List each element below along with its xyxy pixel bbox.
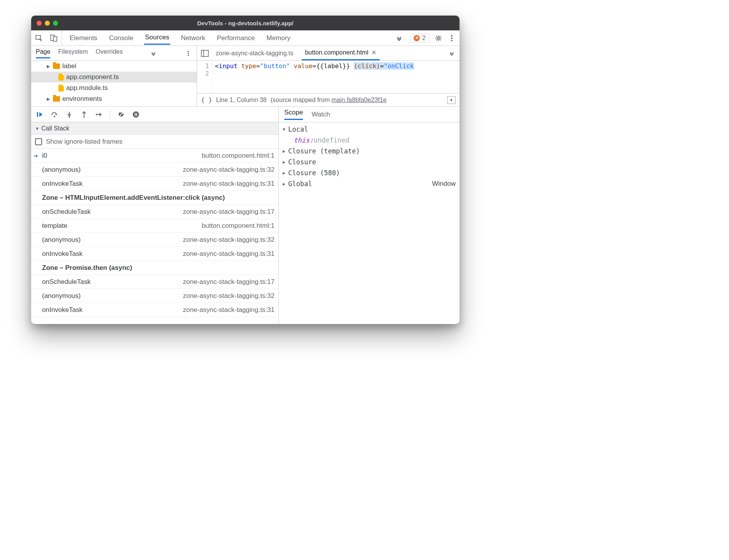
code-pane: 1 2 <input type="button" value={{label}}… — [197, 61, 460, 106]
file-item[interactable]: app.component.ts — [31, 72, 197, 83]
deactivate-breakpoints-icon[interactable] — [117, 111, 125, 118]
callstack-pane: ▼ Call Stack Show ignore-listed frames ➔… — [31, 107, 279, 324]
scope-item[interactable]: this: undefined — [283, 135, 456, 146]
show-ignored-row[interactable]: Show ignore-listed frames — [31, 135, 278, 149]
sources-nav-filesystem[interactable]: Filesystem — [58, 48, 88, 58]
stack-frame[interactable]: ➔i0button.component.html:1 — [31, 149, 278, 163]
svg-rect-10 — [201, 50, 208, 56]
svg-point-7 — [187, 51, 188, 52]
stack-frame[interactable]: onScheduleTaskzone-async-stack-tagging.t… — [31, 275, 278, 289]
stack-frame[interactable]: templatebutton.component.html:1 — [31, 219, 278, 233]
editor-tab[interactable]: zone-async-stack-tagging.ts — [213, 46, 296, 60]
folder-item[interactable]: ▶label — [31, 61, 197, 72]
resume-icon[interactable] — [36, 111, 44, 118]
scope-tab-scope[interactable]: Scope — [284, 109, 303, 120]
gear-icon[interactable] — [435, 34, 442, 42]
scope-item[interactable]: ▶Closure — [283, 157, 456, 167]
fullscreen-window-icon[interactable] — [53, 21, 58, 26]
tab-network[interactable]: Network — [180, 32, 206, 44]
stack-frame[interactable]: onInvokeTaskzone-async-stack-tagging.ts:… — [31, 303, 278, 317]
async-divider: Zone – HTMLInputElement.addEventListener… — [31, 191, 278, 205]
scope-label: Closure — [288, 158, 316, 166]
step-out-icon[interactable] — [80, 111, 88, 118]
callstack-list[interactable]: ➔i0button.component.html:1(anonymous)zon… — [31, 149, 278, 324]
code-lines[interactable]: <input type="button" value={{label}} (cl… — [213, 61, 460, 93]
stack-frame[interactable]: onInvokeTaskzone-async-stack-tagging.ts:… — [31, 177, 278, 191]
pretty-print-icon[interactable]: { } — [201, 96, 212, 104]
scope-tab-watch[interactable]: Watch — [312, 111, 330, 118]
stack-frame[interactable]: onInvokeTaskzone-async-stack-tagging.ts:… — [31, 247, 278, 261]
callstack-header[interactable]: ▼ Call Stack — [31, 122, 278, 135]
step-into-icon[interactable] — [65, 111, 73, 118]
more-tabs-icon[interactable] — [395, 34, 403, 42]
scope-item[interactable]: ▼Local — [283, 124, 456, 135]
frame-name: (anonymous) — [42, 166, 81, 174]
step-icon[interactable] — [95, 111, 103, 118]
frame-name: onInvokeTask — [42, 180, 83, 188]
chevron-right-icon: ▶ — [283, 160, 288, 165]
svg-point-14 — [69, 116, 70, 118]
kebab-menu-icon[interactable] — [448, 34, 456, 42]
scope-list[interactable]: ▼Localthis: undefined▶Closure (template)… — [279, 122, 460, 324]
pause-on-exceptions-icon[interactable] — [132, 111, 140, 118]
code-status-bar: { } Line 1, Column 38 (source mapped fro… — [197, 93, 460, 106]
file-item[interactable]: app.module.ts — [31, 83, 197, 93]
tab-memory[interactable]: Memory — [266, 32, 291, 44]
filetree-label: environments — [62, 95, 102, 103]
scope-item[interactable]: ▶Closure (580) — [283, 167, 456, 178]
folder-icon — [53, 96, 60, 102]
svg-point-3 — [437, 37, 440, 39]
editor-tab[interactable]: button.component.html✕ — [302, 46, 380, 60]
window-title: DevTools - ng-devtools.netlify.app/ — [31, 20, 460, 26]
file-icon — [58, 85, 64, 92]
async-divider: Zone – Promise.then (async) — [31, 261, 278, 275]
device-toolbar-icon[interactable] — [50, 34, 58, 42]
toggle-navigator-icon[interactable] — [201, 49, 209, 57]
svg-point-6 — [451, 40, 453, 41]
svg-point-5 — [451, 37, 453, 39]
overflow-indicator-icon[interactable]: ▾ — [447, 96, 456, 104]
stack-frame[interactable]: (anonymous)zone-async-stack-tagging.ts:3… — [31, 233, 278, 247]
sources-nav-overrides[interactable]: Overrides — [96, 48, 123, 58]
error-badge[interactable]: ✕ 2 — [410, 33, 429, 43]
error-dot-icon: ✕ — [414, 35, 420, 41]
inspect-element-icon[interactable] — [35, 34, 43, 42]
step-over-icon[interactable] — [51, 111, 58, 118]
tab-sources[interactable]: Sources — [144, 31, 170, 45]
scope-item[interactable]: ▶GlobalWindow — [283, 178, 456, 189]
svg-rect-12 — [37, 112, 38, 117]
scope-key: this: — [294, 136, 313, 144]
chevron-right-icon: ▶ — [283, 149, 288, 154]
close-window-icon[interactable] — [37, 21, 42, 26]
frame-location: zone-async-stack-tagging.ts:32 — [183, 292, 275, 300]
source-map-link[interactable]: main.fa8bfa0e23f1e — [331, 97, 386, 103]
code-body[interactable]: 1 2 <input type="button" value={{label}}… — [197, 61, 460, 93]
tab-performance[interactable]: Performance — [216, 32, 255, 44]
stack-frame[interactable]: (anonymous)zone-async-stack-tagging.ts:3… — [31, 289, 278, 303]
file-tree[interactable]: ▶labelapp.component.tsapp.module.ts▶envi… — [31, 61, 197, 106]
kebab-subtabs-icon[interactable] — [184, 49, 192, 57]
more-editor-tabs-icon[interactable] — [448, 49, 456, 57]
cursor-position: Line 1, Column 38 — [216, 97, 267, 104]
traffic-lights — [31, 21, 58, 26]
tab-console[interactable]: Console — [108, 32, 134, 44]
chevron-right-icon: ▶ — [283, 181, 288, 187]
svg-point-13 — [54, 116, 55, 117]
scope-item[interactable]: ▶Closure (template) — [283, 146, 456, 157]
close-icon[interactable]: ✕ — [372, 49, 377, 56]
tab-elements[interactable]: Elements — [69, 32, 98, 44]
scope-value: undefined — [313, 136, 349, 144]
stack-frame[interactable]: onScheduleTaskzone-async-stack-tagging.t… — [31, 205, 278, 219]
frame-name: i0 — [42, 152, 47, 160]
frame-location: button.component.html:1 — [202, 222, 275, 230]
stack-frame[interactable]: (anonymous)zone-async-stack-tagging.ts:3… — [31, 163, 278, 177]
minimize-window-icon[interactable] — [45, 21, 50, 26]
checkbox-icon[interactable] — [35, 138, 42, 145]
folder-item[interactable]: ▶environments — [31, 93, 197, 104]
callstack-title: Call Stack — [41, 125, 69, 132]
sources-nav-page[interactable]: Page — [36, 48, 50, 58]
svg-point-4 — [451, 35, 453, 37]
more-subtabs-icon[interactable] — [150, 49, 157, 57]
filetree-label: label — [62, 62, 76, 70]
frame-name: (anonymous) — [42, 292, 81, 300]
